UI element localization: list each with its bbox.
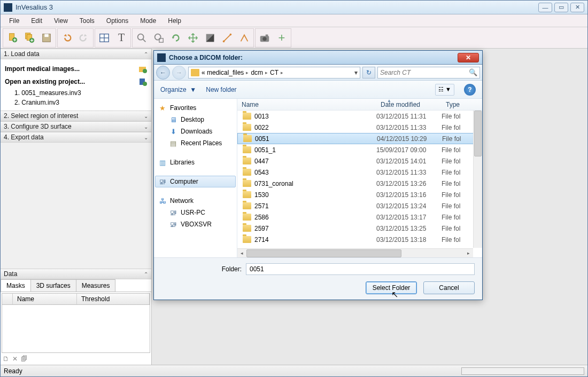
file-row[interactable]: 0731_coronal03/12/2015 13:26File fol bbox=[237, 178, 482, 189]
import-medical-images[interactable]: Import medical images... bbox=[4, 62, 148, 75]
cancel-button[interactable]: Cancel bbox=[423, 281, 475, 294]
scrollbar-thumb[interactable] bbox=[246, 249, 401, 257]
file-list-pane: ▲ Name Date modified Type 001303/12/2015… bbox=[237, 99, 482, 257]
menu-tools[interactable]: Tools bbox=[74, 15, 100, 26]
maximize-button[interactable]: ▭ bbox=[554, 3, 568, 12]
file-row[interactable]: 001303/12/2015 11:31File fol bbox=[237, 111, 482, 122]
search-input[interactable] bbox=[380, 69, 469, 76]
file-row[interactable]: 054303/12/2015 11:33File fol bbox=[237, 167, 482, 178]
file-date: 03/12/2015 13:18 bbox=[376, 236, 442, 244]
delete-item-icon[interactable]: ✕ bbox=[12, 355, 18, 363]
menu-edit[interactable]: Edit bbox=[26, 15, 48, 26]
menu-view[interactable]: View bbox=[49, 15, 73, 26]
col-threshold[interactable]: Threshold bbox=[77, 294, 150, 304]
zoom-in-icon[interactable] bbox=[134, 30, 150, 46]
file-row[interactable]: 259703/12/2015 13:25File fol bbox=[237, 223, 482, 234]
search-box[interactable]: 🔍 bbox=[377, 67, 480, 78]
tree-recent-places[interactable]: ▤Recent Places bbox=[155, 137, 236, 149]
breadcrumb-seg-2[interactable]: CT bbox=[270, 69, 278, 76]
col-name[interactable]: Name bbox=[13, 294, 77, 304]
help-button[interactable]: ? bbox=[464, 84, 476, 96]
refresh-button[interactable]: ↻ bbox=[362, 67, 375, 78]
tab-measures[interactable]: Measures bbox=[76, 279, 116, 292]
measure-line-icon[interactable] bbox=[219, 30, 235, 46]
redo-icon[interactable] bbox=[76, 30, 92, 46]
tree-computer[interactable]: 🖳Computer bbox=[155, 176, 236, 187]
add-icon[interactable]: + bbox=[274, 30, 290, 46]
menu-options[interactable]: Options bbox=[101, 15, 134, 26]
view-mode-button[interactable]: ☷ ▼ bbox=[435, 84, 454, 96]
col-header-type[interactable]: Type bbox=[442, 101, 482, 108]
dialog-titlebar: Choose a DICOM folder: ✕ bbox=[154, 51, 482, 65]
tree-downloads[interactable]: ⬇Downloads bbox=[155, 125, 236, 137]
organize-button[interactable]: Organize ▼ bbox=[160, 86, 196, 93]
tree-net-usrpc[interactable]: 🖳USR-PC bbox=[155, 207, 236, 218]
new-folder-button[interactable]: New folder bbox=[206, 86, 236, 93]
menu-help[interactable]: Help bbox=[163, 15, 187, 26]
open-existing-project[interactable]: Open an existing project... bbox=[4, 75, 148, 88]
folder-icon bbox=[243, 158, 251, 164]
tree-network[interactable]: 🖧Network bbox=[155, 195, 236, 207]
sort-indicator-icon: ▲ bbox=[387, 98, 391, 103]
breadcrumb[interactable]: « medical_files ▸ dcm ▸ CT ▸ ▾ bbox=[188, 67, 360, 78]
recent-project-1[interactable]: 1. 0051_measures.inv3 bbox=[4, 88, 148, 98]
file-row[interactable]: 258603/12/2015 13:17File fol bbox=[237, 211, 482, 223]
import-single-icon[interactable] bbox=[4, 30, 20, 46]
file-list[interactable]: 001303/12/2015 11:31File fol002203/12/20… bbox=[237, 111, 482, 257]
minimize-button[interactable]: — bbox=[538, 3, 552, 12]
rotate-icon[interactable] bbox=[168, 30, 184, 46]
scroll-left-icon[interactable]: ◂ bbox=[237, 250, 246, 256]
save-icon[interactable] bbox=[38, 30, 55, 46]
col-header-date[interactable]: Date modified bbox=[376, 101, 442, 108]
import-stack-icon[interactable] bbox=[21, 30, 37, 46]
file-row[interactable]: 257103/12/2015 13:24File fol bbox=[237, 200, 482, 211]
breadcrumb-dropdown-icon[interactable]: ▾ bbox=[354, 69, 358, 76]
contrast-icon[interactable] bbox=[202, 30, 218, 46]
new-item-icon[interactable]: 🗋 bbox=[3, 355, 9, 363]
camera-icon[interactable] bbox=[257, 30, 273, 46]
tree-desktop[interactable]: 🖥Desktop bbox=[155, 114, 236, 125]
section-data[interactable]: Data⌃ bbox=[1, 269, 151, 279]
undo-icon[interactable] bbox=[59, 30, 75, 46]
breadcrumb-seg-0[interactable]: « medical_files bbox=[202, 69, 244, 76]
forward-button[interactable]: → bbox=[172, 66, 186, 80]
col-header-name[interactable]: Name bbox=[237, 101, 376, 108]
section-load-data[interactable]: 1. Load data⌃ bbox=[1, 49, 151, 59]
file-row[interactable]: 005104/12/2015 10:29File fol bbox=[237, 133, 482, 144]
vertical-scrollbar[interactable] bbox=[473, 111, 482, 248]
scrollbar-thumb[interactable] bbox=[474, 111, 482, 156]
tab-3d-surfaces[interactable]: 3D surfaces bbox=[30, 279, 76, 292]
folder-icon bbox=[243, 169, 251, 176]
back-button[interactable]: ← bbox=[156, 66, 170, 80]
file-row[interactable]: 271403/12/2015 13:18File fol bbox=[237, 234, 482, 245]
recent-icon: ▤ bbox=[169, 139, 177, 147]
close-button[interactable]: ✕ bbox=[570, 3, 584, 12]
breadcrumb-seg-1[interactable]: dcm bbox=[251, 69, 263, 76]
measure-angle-icon[interactable] bbox=[236, 30, 252, 46]
file-row[interactable]: 0051_115/09/2017 09:00File fol bbox=[237, 144, 482, 155]
text-icon[interactable]: T bbox=[113, 30, 129, 46]
tree-libraries[interactable]: ▥Libraries bbox=[155, 156, 236, 168]
dialog-close-button[interactable]: ✕ bbox=[458, 53, 479, 62]
section-select-region[interactable]: 2. Select region of interest⌄ bbox=[1, 111, 151, 121]
move-icon[interactable] bbox=[185, 30, 201, 46]
folder-input[interactable] bbox=[246, 263, 475, 275]
file-row[interactable]: 002203/12/2015 11:33File fol bbox=[237, 122, 482, 133]
folder-icon bbox=[243, 225, 251, 232]
zoom-area-icon[interactable] bbox=[151, 30, 167, 46]
recent-project-2[interactable]: 2. Cranium.inv3 bbox=[4, 98, 148, 107]
select-folder-button[interactable]: Select Folder bbox=[366, 281, 417, 294]
section-configure-3d[interactable]: 3. Configure 3D surface⌄ bbox=[1, 121, 151, 132]
tab-masks[interactable]: Masks bbox=[1, 279, 31, 292]
layout-icon[interactable] bbox=[96, 30, 112, 46]
duplicate-item-icon[interactable]: 🗐 bbox=[21, 355, 27, 363]
horizontal-scrollbar[interactable]: ◂ ▸ bbox=[237, 248, 473, 257]
tree-net-vboxsvr[interactable]: 🖳VBOXSVR bbox=[155, 218, 236, 230]
menu-file[interactable]: File bbox=[4, 15, 25, 26]
section-export-data[interactable]: 4. Export data⌄ bbox=[1, 132, 151, 143]
scroll-right-icon[interactable]: ▸ bbox=[464, 250, 473, 256]
file-row[interactable]: 044703/12/2015 14:01File fol bbox=[237, 155, 482, 167]
menu-mode[interactable]: Mode bbox=[135, 15, 161, 26]
tree-favorites[interactable]: ★Favorites bbox=[155, 102, 236, 114]
file-row[interactable]: 153003/12/2015 13:16File fol bbox=[237, 189, 482, 200]
